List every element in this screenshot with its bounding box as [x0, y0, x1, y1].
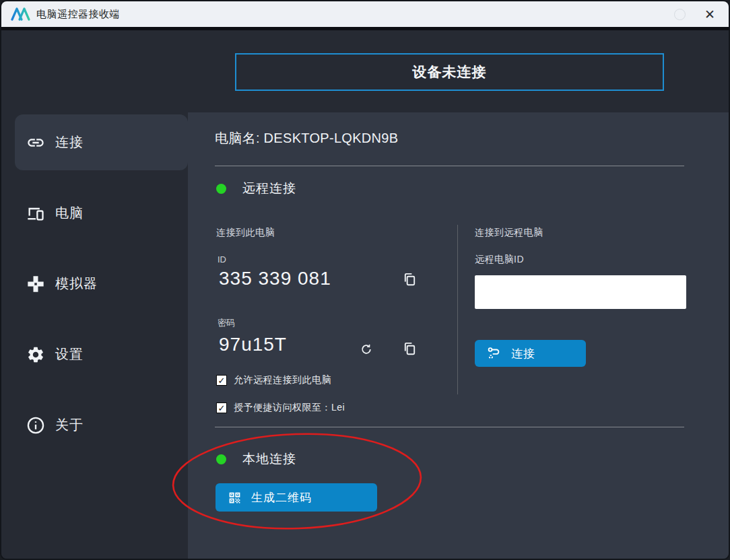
- connect-button[interactable]: 连接: [475, 340, 586, 367]
- sidebar-item-connect[interactable]: 连接: [15, 114, 188, 170]
- sidebar-item-settings[interactable]: 设置: [1, 326, 188, 382]
- route-icon: [487, 346, 502, 361]
- sidebar: 连接 电脑 模拟器: [1, 30, 188, 559]
- titlebar: 电脑遥控器接收端 ✕: [1, 1, 729, 27]
- remote-id-input[interactable]: [475, 275, 686, 309]
- sidebar-item-computer[interactable]: 电脑: [1, 185, 188, 241]
- status-dot: [216, 184, 226, 194]
- app-logo-icon: [11, 7, 31, 22]
- sidebar-item-label: 连接: [55, 133, 84, 151]
- copy-icon: [402, 341, 418, 357]
- qr-code-icon: [228, 491, 242, 505]
- remote-id-input-label: 远程电脑ID: [475, 254, 524, 266]
- password-value: 97u15T: [219, 334, 287, 355]
- window-title: 电脑遥控器接收端: [36, 8, 120, 21]
- gamepad-icon: [26, 274, 46, 294]
- checkbox-checked-icon[interactable]: ✓: [216, 375, 227, 386]
- info-icon: [26, 415, 46, 435]
- close-button[interactable]: ✕: [700, 7, 719, 22]
- allow-remote-checkbox-row[interactable]: ✓ 允许远程连接到此电脑: [216, 374, 331, 386]
- connect-to-this-pc-heading: 连接到此电脑: [216, 227, 275, 239]
- connect-to-remote-pc-heading: 连接到远程电脑: [475, 227, 543, 239]
- copy-icon: [402, 272, 418, 287]
- sidebar-item-emulator[interactable]: 模拟器: [1, 256, 188, 312]
- checkbox-checked-icon[interactable]: ✓: [216, 403, 227, 413]
- refresh-password-button[interactable]: [360, 343, 373, 356]
- local-section-title: 本地连接: [242, 450, 296, 468]
- computer-name: 电脑名: DESKTOP-LQKDN9B: [215, 129, 398, 147]
- app-window: 电脑遥控器接收端 ✕ Lei 设备未连接 连接: [0, 0, 730, 560]
- devices-icon: [26, 203, 46, 223]
- sidebar-item-label: 电脑: [55, 204, 84, 222]
- sidebar-item-label: 模拟器: [55, 275, 98, 293]
- device-id-value: 335 339 081: [219, 268, 331, 289]
- generate-qr-button-label: 生成二维码: [251, 490, 312, 505]
- main-panel: 电脑名: DESKTOP-LQKDN9B 远程连接 连接到此电脑 ID 335 …: [188, 112, 729, 559]
- grant-access-checkbox-row[interactable]: ✓ 授予便捷访问权限至：Lei: [216, 402, 345, 414]
- connect-button-label: 连接: [511, 346, 535, 361]
- divider: [215, 166, 684, 166]
- sidebar-item-about[interactable]: 关于: [1, 397, 188, 453]
- refresh-icon: [360, 343, 373, 356]
- allow-remote-checkbox-label: 允许远程连接到此电脑: [234, 374, 331, 386]
- copy-password-button[interactable]: [402, 341, 418, 357]
- grant-access-checkbox-label: 授予便捷访问权限至：Lei: [234, 402, 345, 414]
- divider: [215, 427, 684, 427]
- copy-id-button[interactable]: [402, 272, 418, 287]
- password-label: 密码: [218, 317, 235, 329]
- sidebar-item-label: 关于: [55, 416, 84, 434]
- device-status-banner: 设备未连接: [235, 53, 664, 91]
- sidebar-item-label: 设置: [55, 345, 84, 363]
- remote-section-title: 远程连接: [242, 180, 296, 197]
- pin-icon[interactable]: [674, 9, 686, 20]
- status-dot: [216, 454, 226, 464]
- gear-icon: [26, 345, 46, 365]
- link-icon: [26, 133, 46, 153]
- local-section-header: 本地连接: [216, 450, 296, 468]
- id-label: ID: [218, 254, 226, 265]
- column-divider: [457, 225, 458, 394]
- generate-qr-button[interactable]: 生成二维码: [215, 483, 377, 512]
- remote-section-header: 远程连接: [216, 180, 296, 197]
